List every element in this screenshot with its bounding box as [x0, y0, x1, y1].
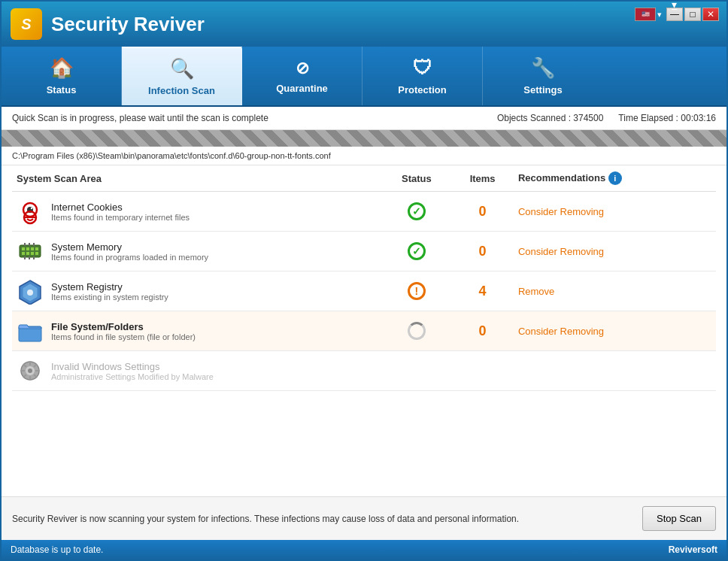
svg-rect-7	[26, 247, 29, 250]
area-name: System Registry	[51, 281, 168, 293]
tab-infection-scan-label: Infection Scan	[148, 85, 215, 96]
svg-rect-18	[29, 256, 30, 259]
area-text: File System/Folders Items found in file …	[51, 321, 196, 341]
col-header-items: Items	[451, 165, 514, 192]
area-name: Internet Cookies	[51, 202, 190, 213]
app-logo: S	[11, 8, 42, 40]
flag-button[interactable]: 🇺🇸	[635, 8, 656, 21]
col-header-recommendations: Recommendations i	[514, 165, 716, 192]
help-link[interactable]: Help ▾	[672, 0, 693, 11]
scan-progress-message: Quick Scan is in progress, please wait u…	[12, 113, 482, 123]
svg-rect-17	[24, 256, 26, 259]
tab-quarantine[interactable]: ⊘ Quarantine	[242, 47, 362, 105]
bottom-area: Security Reviver is now scanning your sy…	[2, 496, 726, 540]
recommendation-label: Consider Removing	[518, 206, 604, 217]
svg-point-2	[31, 208, 32, 209]
recommendation-cell[interactable]: Consider Removing	[514, 311, 716, 351]
svg-rect-13	[35, 252, 38, 255]
svg-rect-5	[20, 245, 41, 257]
area-text: Internet Cookies Items found in temporar…	[51, 202, 190, 222]
scan-panel: Quick Scan is in progress, please wait u…	[2, 107, 726, 540]
area-name: Invalid Windows Settings	[51, 361, 214, 372]
tab-infection-scan[interactable]: 🔍 Infection Scan	[122, 47, 242, 105]
items-cell	[451, 351, 514, 391]
recommendation-cell	[514, 351, 716, 391]
area-desc: Items found in temporary internet files	[51, 213, 190, 222]
recommendation-label: Consider Removing	[518, 246, 604, 257]
table-row: File System/Folders Items found in file …	[12, 311, 716, 351]
area-icon	[17, 357, 44, 384]
scan-area-cell: File System/Folders Items found in file …	[12, 311, 382, 351]
table-row: Invalid Windows Settings Administrative …	[12, 351, 716, 391]
status-cell: ✓	[382, 192, 452, 232]
tab-settings[interactable]: 🔧 Settings	[483, 47, 603, 105]
items-cell: 0	[451, 192, 514, 232]
restore-icon: □	[690, 9, 695, 20]
title-controls: 🇺🇸 ▾ — □ ✕ Help ▾	[635, 8, 719, 23]
tab-protection[interactable]: 🛡 Protection	[362, 47, 483, 105]
status-cell: !	[382, 271, 452, 311]
scan-icon: 🔍	[170, 57, 194, 80]
status-cell: ✓	[382, 232, 452, 271]
svg-rect-10	[22, 252, 25, 255]
scan-area-cell: System Registry Items existing in system…	[12, 271, 382, 311]
area-icon	[17, 277, 44, 305]
scan-area-cell: System Memory Items found in programs lo…	[12, 232, 382, 271]
tab-status[interactable]: 🏠 Status	[2, 47, 122, 105]
area-icon	[17, 198, 44, 225]
scan-table-container: System Scan Area Status Items Recommenda…	[2, 165, 726, 496]
status-cell	[382, 351, 452, 391]
svg-rect-6	[22, 247, 25, 250]
area-text: System Registry Items existing in system…	[51, 281, 168, 302]
area-name: File System/Folders	[51, 321, 196, 332]
green-check-icon: ✓	[408, 202, 426, 220]
main-content: Quick Scan is in progress, please wait u…	[2, 107, 726, 540]
svg-rect-19	[33, 256, 35, 259]
recommendation-label: Remove	[518, 286, 554, 297]
status-bar: Database is up to date. Reviversoft	[2, 540, 726, 559]
tab-quarantine-label: Quarantine	[276, 83, 328, 94]
title-bar: S Security Reviver 🇺🇸 ▾ — □ ✕ Help ▾	[2, 2, 726, 47]
area-name: System Memory	[51, 241, 208, 253]
scan-area-cell: Invalid Windows Settings Administrative …	[12, 351, 382, 391]
scan-message-text: Security Reviver is now scanning your sy…	[12, 512, 538, 526]
items-cell: 0	[451, 311, 514, 351]
stop-scan-button[interactable]: Stop Scan	[642, 506, 716, 531]
tab-settings-label: Settings	[523, 84, 562, 96]
info-icon[interactable]: i	[608, 171, 622, 185]
protection-icon: 🛡	[413, 56, 432, 80]
warning-icon: !	[408, 282, 426, 300]
quarantine-icon: ⊘	[296, 59, 309, 78]
col-header-status: Status	[382, 165, 452, 192]
loading-spinner	[408, 322, 426, 340]
green-check-icon: ✓	[408, 242, 426, 260]
area-desc: Administrative Settings Modified by Malw…	[51, 372, 214, 381]
status-cell	[382, 311, 452, 351]
svg-rect-16	[33, 243, 35, 246]
recommendation-cell[interactable]: Remove	[514, 271, 716, 311]
svg-rect-12	[31, 252, 34, 255]
items-count: 0	[456, 204, 509, 220]
tab-status-label: Status	[47, 84, 77, 96]
recommendation-cell[interactable]: Consider Removing	[514, 192, 716, 232]
svg-rect-11	[26, 252, 29, 255]
scan-status-bar: Quick Scan is in progress, please wait u…	[2, 107, 726, 130]
svg-rect-8	[31, 247, 34, 250]
brand-label: Reviversoft	[669, 544, 717, 555]
svg-point-22	[27, 290, 33, 296]
items-cell: 4	[451, 271, 514, 311]
tab-protection-label: Protection	[398, 84, 446, 96]
close-button[interactable]: ✕	[702, 8, 719, 21]
area-icon	[17, 238, 44, 265]
app-window: S Security Reviver 🇺🇸 ▾ — □ ✕ Help ▾	[0, 0, 728, 561]
minimize-icon: —	[670, 9, 679, 20]
recommendation-cell[interactable]: Consider Removing	[514, 232, 716, 271]
progress-bar	[2, 130, 726, 147]
items-cell: 0	[451, 232, 514, 271]
current-file-path: C:\Program Files (x86)\Steam\bin\panoram…	[2, 147, 726, 165]
col-header-area: System Scan Area	[12, 165, 382, 192]
time-elapsed: Time Elapsed : 00:03:16	[618, 113, 716, 123]
scan-area-cell: Internet Cookies Items found in temporar…	[12, 192, 382, 232]
home-icon: 🏠	[50, 56, 74, 80]
area-desc: Items existing in system registry	[51, 293, 168, 302]
